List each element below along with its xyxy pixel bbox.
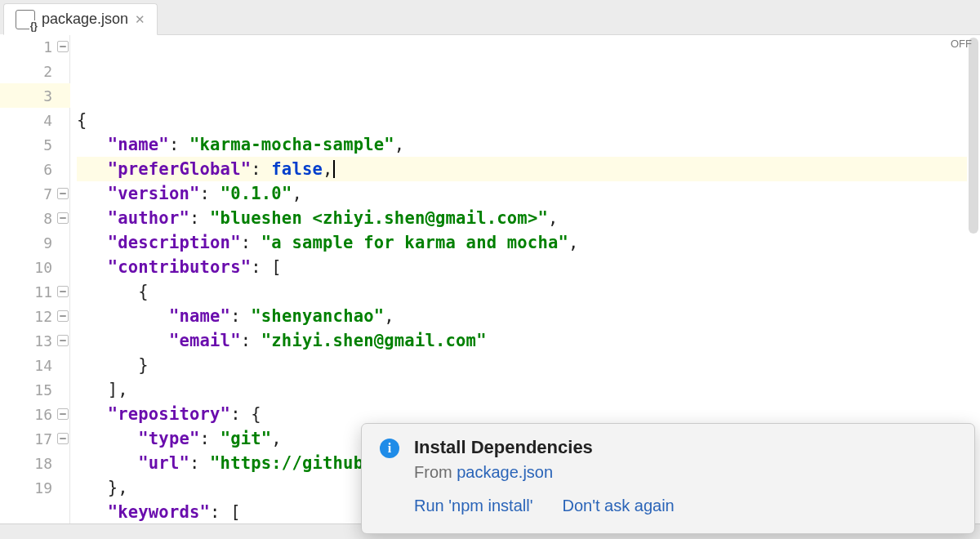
line-number: 17 — [34, 430, 52, 448]
gutter-row: 13 — [0, 328, 70, 353]
line-number: 11 — [34, 283, 52, 301]
line-number: 9 — [43, 234, 52, 252]
line-number: 14 — [34, 357, 52, 374]
fold-toggle-icon[interactable] — [57, 335, 69, 346]
gutter-row: 14 — [0, 353, 70, 377]
gutter-row: 11 — [0, 279, 70, 304]
line-number: 13 — [34, 332, 52, 350]
line-number: 15 — [34, 381, 52, 399]
info-icon: i — [380, 439, 399, 458]
close-icon[interactable]: ✕ — [135, 12, 145, 27]
gutter-row: 19 — [0, 475, 70, 500]
code-line[interactable]: "name": "shenyanchao", — [77, 304, 980, 328]
install-dependencies-popup: i Install Dependencies From package.json… — [361, 423, 975, 534]
code-line[interactable]: { — [77, 279, 980, 304]
gutter-row: 4 — [0, 108, 70, 132]
fold-toggle-icon[interactable] — [57, 188, 69, 199]
code-line[interactable]: "contributors": [ — [77, 255, 980, 279]
line-number: 4 — [43, 112, 52, 129]
vertical-scrollbar[interactable] — [967, 38, 980, 250]
line-number: 6 — [43, 161, 52, 178]
gutter-row: 1 — [0, 34, 70, 59]
code-line[interactable]: "version": "0.1.0", — [77, 181, 980, 206]
tab-label: package.json — [42, 11, 128, 28]
gutter-row: 5 — [0, 132, 70, 157]
text-caret — [333, 160, 335, 178]
code-line[interactable]: "preferGlobal": false, — [77, 157, 980, 181]
scroll-thumb[interactable] — [969, 38, 978, 234]
gutter-row: 18 — [0, 451, 70, 475]
tabstrip: package.json ✕ — [0, 0, 980, 35]
hints-off-indicator[interactable]: OFF — [951, 38, 972, 50]
fold-toggle-icon[interactable] — [57, 408, 69, 420]
gutter-row: 10 — [0, 255, 70, 279]
code-line[interactable]: { — [77, 108, 980, 132]
line-number: 7 — [43, 185, 52, 203]
code-line[interactable]: "email": "zhiyi.shen@gmail.com" — [77, 328, 980, 353]
gutter-row: 6 — [0, 157, 70, 181]
code-line[interactable]: } — [77, 353, 980, 377]
fold-toggle-icon[interactable] — [57, 310, 69, 322]
line-number: 2 — [43, 63, 52, 80]
line-number: 10 — [34, 259, 52, 276]
line-number: 8 — [43, 210, 52, 227]
tab-package-json[interactable]: package.json ✕ — [3, 3, 158, 35]
gutter-row: 7 — [0, 181, 70, 206]
line-number: 3 — [43, 87, 52, 105]
gutter-row: 3 — [0, 83, 70, 108]
gutter-row: 16 — [0, 402, 70, 426]
fold-toggle-icon[interactable] — [57, 212, 69, 224]
gutter-row: 8 — [0, 206, 70, 230]
run-npm-install-link[interactable]: Run 'npm install' — [414, 497, 532, 515]
code-line[interactable]: "description": "a sample for karma and m… — [77, 230, 980, 255]
code-line[interactable]: ], — [77, 377, 980, 402]
gutter-row: 17 — [0, 426, 70, 451]
popup-subtitle: From package.json — [414, 463, 956, 482]
line-number: 16 — [34, 406, 52, 423]
popup-file-link[interactable]: package.json — [457, 463, 553, 481]
code-line[interactable]: "author": "blueshen <zhiyi.shen@gmail.co… — [77, 206, 980, 230]
dont-ask-again-link[interactable]: Don't ask again — [562, 497, 674, 515]
gutter-row: 15 — [0, 377, 70, 402]
gutter-row: 2 — [0, 59, 70, 83]
fold-toggle-icon[interactable] — [57, 433, 69, 444]
line-number: 12 — [34, 308, 52, 325]
gutter-row: 9 — [0, 230, 70, 255]
line-number: 1 — [43, 38, 52, 56]
code-line[interactable]: "name": "karma-mocha-sample", — [77, 132, 980, 157]
line-number: 19 — [34, 479, 52, 497]
popup-title: Install Dependencies — [414, 437, 956, 458]
json-file-icon — [16, 10, 35, 29]
line-number: 18 — [34, 455, 52, 472]
fold-toggle-icon[interactable] — [57, 286, 69, 297]
line-number: 5 — [43, 136, 52, 154]
gutter: 12345678910111213141516171819 — [0, 34, 70, 539]
gutter-row: 12 — [0, 304, 70, 328]
fold-toggle-icon[interactable] — [57, 41, 69, 52]
